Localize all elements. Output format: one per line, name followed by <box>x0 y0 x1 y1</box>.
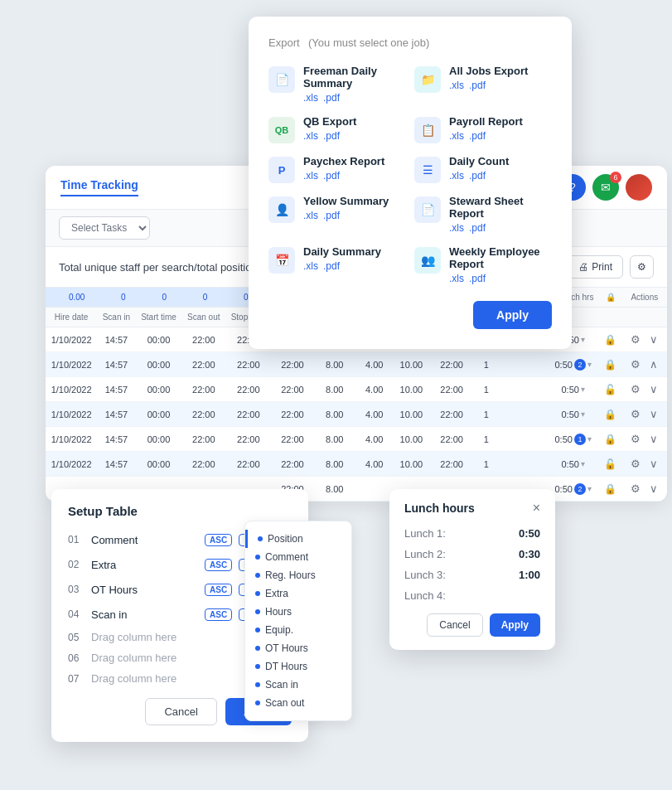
expand-action-btn[interactable]: ∨ <box>646 406 661 422</box>
expand-action-btn[interactable]: ∨ <box>646 431 661 447</box>
yellow-xls[interactable]: .xls <box>303 210 318 221</box>
cell-lunch[interactable]: 0:50▾ <box>547 377 599 402</box>
weekly-name: Weekly Employee Report <box>449 245 552 270</box>
paychex-xls[interactable]: .xls <box>303 170 318 182</box>
gear-action-btn[interactable]: ⚙ <box>627 381 644 397</box>
col-item-equip[interactable]: Equip. <box>245 621 351 639</box>
col-item-othours[interactable]: OT Hours <box>245 639 351 657</box>
asc-btn-4[interactable]: ASC <box>205 608 232 621</box>
dailysummary-pdf[interactable]: .pdf <box>323 260 340 272</box>
dailysummary-icon: 📅 <box>268 247 295 274</box>
export-item-qb: QB QB Export .xls .pdf <box>268 115 406 143</box>
gear-action-btn[interactable]: ⚙ <box>627 356 644 372</box>
yellow-pdf[interactable]: .pdf <box>323 210 340 221</box>
steward-xls[interactable]: .xls <box>449 222 464 234</box>
summary-ot: 0 <box>162 293 167 302</box>
print-icon: 🖨 <box>578 261 588 273</box>
user-avatar[interactable] <box>626 174 652 201</box>
freeman-pdf[interactable]: .pdf <box>323 92 340 104</box>
payroll-pdf[interactable]: .pdf <box>469 130 486 142</box>
table-row: 1/10/2022 14:57 00:00 22:00 22:00 22:00 … <box>46 352 667 377</box>
lunch-row-3: Lunch 3: 1:00 <box>404 569 540 581</box>
dailycount-pdf[interactable]: .pdf <box>469 170 486 182</box>
lunch-apply-button[interactable]: Apply <box>490 613 540 637</box>
export-apply-button[interactable]: Apply <box>473 301 552 329</box>
expand-action-btn[interactable]: ∨ <box>646 456 661 472</box>
expand-action-btn[interactable]: ∨ <box>646 381 661 397</box>
col-item-extra[interactable]: Extra <box>245 584 351 603</box>
freeman-xls[interactable]: .xls <box>303 92 318 104</box>
dot-icon <box>255 609 260 614</box>
cell-lock[interactable]: 🔒 <box>599 327 622 352</box>
cell-equip <box>499 427 547 452</box>
cell-lock[interactable]: 🔓 <box>599 452 622 477</box>
table-row: 1/10/2022 14:57 00:00 22:00 22:00 22:00 … <box>46 452 667 477</box>
expand-action-btn[interactable]: ∨ <box>646 332 661 347</box>
col-item-position[interactable]: Position <box>245 530 351 548</box>
time-tracking-tab[interactable]: Time Tracking <box>60 178 138 196</box>
cell-lunch[interactable]: 0:50▾ <box>547 402 599 427</box>
table-row: 1/10/2022 14:57 00:00 22:00 22:00 22:00 … <box>46 427 667 452</box>
cell-reg: 8.00 <box>313 477 355 502</box>
cell-lock[interactable]: 🔒 <box>599 402 622 427</box>
col-item-hours[interactable]: Hours <box>245 603 351 621</box>
weekly-xls[interactable]: .xls <box>449 273 464 284</box>
cell-scanin: 14:57 <box>97 427 135 452</box>
select-tasks-dropdown[interactable]: Select Tasks <box>59 216 150 240</box>
lunch-1-label: Lunch 1: <box>404 527 446 540</box>
collapse-action-btn[interactable]: ∧ <box>646 356 661 372</box>
print-button[interactable]: 🖨 Print <box>568 255 623 279</box>
setup-cancel-button[interactable]: Cancel <box>145 698 216 725</box>
weekly-pdf[interactable]: .pdf <box>469 273 486 284</box>
cell-day: 1 <box>474 402 499 427</box>
col-item-scanin[interactable]: Scan in <box>245 676 351 694</box>
cell-lock[interactable]: 🔒 <box>599 427 622 452</box>
cell-stop: 22:00 <box>225 352 271 377</box>
cell-actions: ⚙ ∨ <box>622 402 667 427</box>
steward-pdf[interactable]: .pdf <box>469 222 486 234</box>
alljobs-pdf[interactable]: .pdf <box>469 80 486 91</box>
cell-lunch[interactable]: 0:501▾ <box>547 427 599 452</box>
lunch-close-button[interactable]: × <box>533 501 540 516</box>
dailycount-xls[interactable]: .xls <box>449 170 464 182</box>
cell-lock[interactable]: 🔒 <box>599 477 622 502</box>
asc-btn-2[interactable]: ASC <box>205 559 232 571</box>
asc-btn-1[interactable]: ASC <box>205 534 232 546</box>
col-label: Extra <box>265 588 288 599</box>
qb-xls[interactable]: .xls <box>303 130 318 142</box>
cell-extra: 22:00 <box>430 377 474 402</box>
mail-icon-btn[interactable]: ✉ 6 <box>592 174 619 201</box>
cell-reg: 8.00 <box>313 402 355 427</box>
gear-action-btn[interactable]: ⚙ <box>627 431 644 447</box>
col-item-scanout[interactable]: Scan out <box>245 694 351 712</box>
cell-lunch[interactable]: 0:50▾ <box>547 452 599 477</box>
export-items-grid: 📄 Freeman Daily Summary .xls .pdf 📁 All … <box>268 65 552 284</box>
gear-action-btn[interactable]: ⚙ <box>627 332 644 347</box>
gear-action-btn[interactable]: ⚙ <box>627 481 644 497</box>
qb-pdf[interactable]: .pdf <box>323 130 340 142</box>
col-scanin: Scan in <box>97 308 135 327</box>
asc-btn-3[interactable]: ASC <box>205 584 232 596</box>
col-item-reghours[interactable]: Reg. Hours <box>245 566 351 584</box>
settings-button[interactable]: ⚙ <box>630 255 654 279</box>
alljobs-xls[interactable]: .xls <box>449 80 464 91</box>
lunch-cancel-button[interactable]: Cancel <box>427 613 482 637</box>
dailysummary-xls[interactable]: .xls <box>303 260 318 272</box>
cell-scanout: 22:00 <box>182 452 226 477</box>
payroll-xls[interactable]: .xls <box>449 130 464 142</box>
cell-dt: 10.00 <box>393 452 429 477</box>
cell-stop: 22:00 <box>225 452 271 477</box>
paychex-icon: P <box>268 157 295 183</box>
cell-lock[interactable]: 🔒 <box>599 352 622 377</box>
cell-lock[interactable]: 🔓 <box>599 377 622 402</box>
gear-action-btn[interactable]: ⚙ <box>627 406 644 422</box>
expand-action-btn[interactable]: ∨ <box>646 481 661 497</box>
gear-action-btn[interactable]: ⚙ <box>627 456 644 472</box>
col-item-dthours[interactable]: DT Hours <box>245 657 351 676</box>
paychex-pdf[interactable]: .pdf <box>323 170 340 182</box>
col-item-comment[interactable]: Comment <box>245 548 351 566</box>
cell-lunch[interactable]: 0:502▾ <box>547 352 599 377</box>
cell-actions: ⚙ ∧ <box>622 352 667 377</box>
lunch-3-label: Lunch 3: <box>404 569 446 581</box>
yellow-icon: 👤 <box>268 196 295 223</box>
